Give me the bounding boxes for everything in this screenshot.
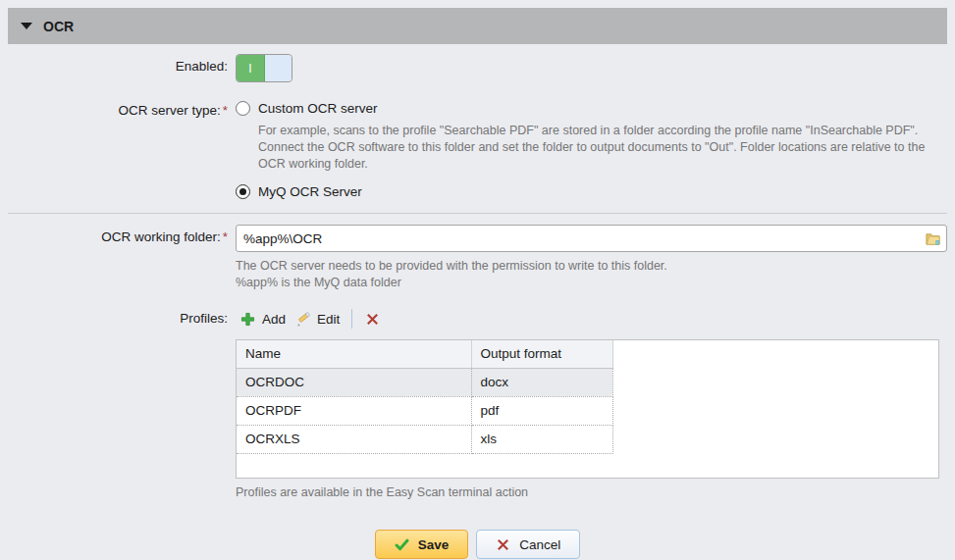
profiles-note: Profiles are available in the Easy Scan …: [236, 485, 947, 499]
working-folder-help-2: %app% is the MyQ data folder: [236, 275, 947, 291]
check-icon: [395, 537, 409, 552]
toolbar-separator: [351, 309, 352, 329]
table-header-row: Name Output format: [237, 340, 612, 368]
folder-icon: [925, 230, 941, 247]
cell-output-format[interactable]: docx: [471, 368, 612, 396]
column-header-output-format[interactable]: Output format: [471, 340, 612, 368]
toggle-knob: [265, 55, 292, 81]
radio-unchecked-icon[interactable]: [236, 101, 250, 116]
radio-checked-icon[interactable]: [236, 184, 250, 199]
server-type-label: OCR server type:*: [8, 98, 236, 201]
section-divider: [8, 213, 947, 214]
working-folder-label: OCR working folder:*: [8, 225, 236, 291]
table-row[interactable]: OCRPDF pdf: [237, 396, 612, 425]
required-asterisk: *: [223, 103, 228, 118]
pencil-icon: [295, 312, 310, 327]
section-title: OCR: [43, 19, 74, 34]
cell-name[interactable]: OCRDOC: [237, 368, 471, 396]
profiles-toolbar: Add Edit: [236, 306, 947, 331]
delete-profile-button[interactable]: [359, 310, 386, 329]
add-profile-button[interactable]: Add: [236, 310, 291, 329]
save-button[interactable]: Save: [375, 530, 469, 559]
custom-server-help-text: For example, scans to the profile "Searc…: [258, 123, 947, 173]
profiles-label: Profiles:: [8, 306, 236, 499]
enabled-label: Enabled:: [8, 54, 236, 82]
table-row[interactable]: OCRDOC docx: [237, 368, 612, 396]
toggle-on-segment: I: [237, 55, 265, 81]
browse-folder-button[interactable]: [921, 228, 944, 249]
ocr-settings-panel: OCR Enabled: I OCR server type:* Custom …: [0, 0, 955, 560]
cell-name[interactable]: OCRPDF: [237, 396, 471, 425]
cancel-x-icon: [496, 537, 510, 552]
cell-output-format[interactable]: pdf: [471, 396, 612, 425]
plus-icon: [240, 312, 255, 327]
collapse-triangle-icon: [21, 23, 32, 29]
footer-actions: Save Cancel: [8, 530, 947, 559]
profiles-table: Name Output format OCRDOC docx OCRPDF: [236, 339, 939, 479]
table-row[interactable]: OCRXLS xls: [237, 425, 612, 453]
ocr-section-header[interactable]: OCR: [8, 8, 947, 44]
enabled-toggle[interactable]: I: [236, 54, 292, 82]
radio-myq-ocr-server[interactable]: MyQ OCR Server: [236, 181, 947, 201]
cell-output-format[interactable]: xls: [471, 425, 612, 453]
radio-custom-ocr-server[interactable]: Custom OCR server: [236, 98, 947, 118]
required-asterisk: *: [223, 229, 228, 244]
edit-profile-button[interactable]: Edit: [291, 310, 345, 329]
working-folder-help-1: The OCR server needs to be provided with…: [236, 258, 947, 275]
working-folder-input[interactable]: [236, 225, 947, 252]
cell-name[interactable]: OCRXLS: [237, 425, 471, 453]
cancel-button[interactable]: Cancel: [476, 530, 580, 559]
delete-x-icon: [365, 312, 380, 327]
column-header-name[interactable]: Name: [237, 340, 471, 368]
